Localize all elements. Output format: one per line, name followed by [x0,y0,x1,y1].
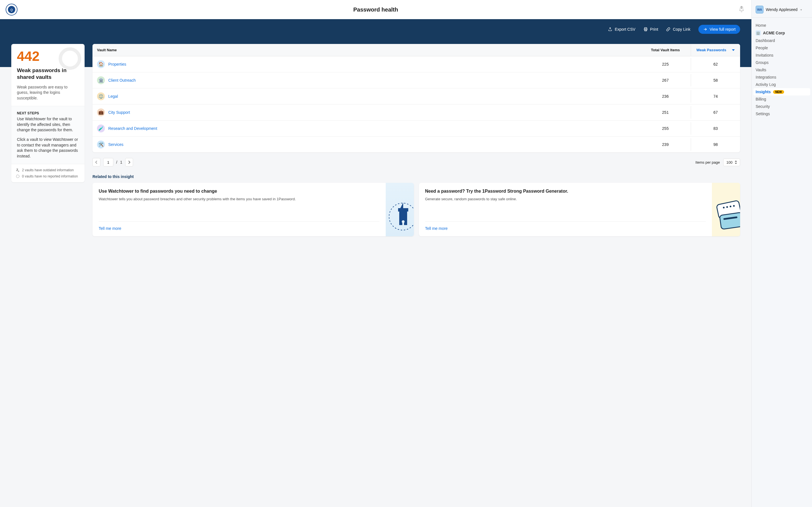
col-header-weak-passwords[interactable]: Weak Passwords [691,44,740,56]
sidebar-item-vaults[interactable]: Vaults [752,66,812,73]
sidebar-item-dashboard[interactable]: Dashboard [752,37,812,44]
sleep-icon: Zz [16,168,20,172]
generator-illustration [712,183,740,236]
related-card-cta[interactable]: Tell me more [99,221,379,231]
table-row[interactable]: 🏠Properties22562 [93,56,740,72]
avatar: WA [756,6,763,13]
sidebar-item-integrations[interactable]: Integrations [752,73,812,81]
sidebar-item-invitations[interactable]: Invitations [752,52,812,59]
svg-point-3 [16,175,19,178]
vault-weak: 83 [691,122,740,135]
print-icon [644,27,648,32]
related-card-cta[interactable]: Tell me more [425,221,706,231]
sidebar-item-people[interactable]: People [752,44,812,52]
arrow-right-icon [703,27,707,32]
vault-weak: 98 [691,138,740,151]
vault-link[interactable]: Research and Development [108,126,157,131]
table-row[interactable]: 🧪Research and Development25583 [93,121,740,136]
sidebar-item-groups[interactable]: Groups [752,59,812,66]
next-steps-label: NEXT STEPS [17,111,79,115]
user-name: Wendy Appleseed [766,7,798,12]
related-card-watchtower: Use Watchtower to find passwords you nee… [93,183,414,236]
svg-rect-15 [719,212,740,230]
watchtower-illustration [386,183,414,236]
vault-total: 267 [640,74,691,87]
related-card-title: Use Watchtower to find passwords you nee… [99,188,379,194]
notifications-button[interactable]: 0 [737,5,746,14]
sidebar-item-org[interactable]: 🏢 ACME Corp [752,29,812,37]
table-row[interactable]: 🏛️Client Outreach26758 [93,72,740,89]
items-per-page-label: Items per page [696,160,720,165]
vault-weak: 58 [691,74,740,87]
notification-count: 0 [740,6,744,9]
chevron-left-icon [95,161,98,164]
right-sidebar: WA Wendy Appleseed ▾ Home 🏢 ACME Corp Da… [751,0,812,507]
outdated-vaults-row: Zz 2 vaults have outdated information [16,168,80,172]
vault-total: 236 [640,90,691,103]
next-steps-text-1: Use Watchtower for the vault to identify… [17,116,79,133]
vault-link[interactable]: Client Outreach [108,78,136,82]
vault-icon: 💼 [97,108,105,116]
svg-point-11 [723,207,725,209]
copy-link-button[interactable]: Copy Link [666,27,690,32]
vault-weak: 62 [691,58,740,70]
vault-total: 239 [640,138,691,151]
vault-link[interactable]: City Support [108,110,130,115]
related-card-title: Need a password? Try the 1Password Stron… [425,188,706,194]
sidebar-item-security[interactable]: Security [752,103,812,110]
vault-total: 225 [640,58,691,70]
svg-point-12 [726,206,728,208]
next-page-button[interactable] [125,158,133,166]
next-steps-text-2: Click a vault to view Watchtower or to c… [17,137,79,159]
noreport-vaults-row: 0 vaults have no reported information [16,174,80,178]
sidebar-item-insights[interactable]: Insights NEW [753,88,810,96]
export-icon [608,27,612,32]
pagination: / 1 Items per page 100 [93,158,740,166]
vault-link[interactable]: Services [108,142,123,147]
vault-link[interactable]: Legal [108,94,118,99]
col-header-weak-label: Weak Passwords [696,48,726,52]
export-csv-label: Export CSV [615,27,635,32]
page-input[interactable] [103,158,113,166]
export-csv-button[interactable]: Export CSV [608,27,635,32]
caret-down-icon [732,49,735,52]
vault-icon: 🧪 [97,124,105,132]
dashed-circle-icon [16,174,20,178]
col-header-total-items[interactable]: Total Vault Items [640,44,691,56]
vault-icon: 🛠️ [97,140,105,149]
view-full-report-label: View full report [710,27,735,32]
vault-link[interactable]: Properties [108,62,126,66]
org-icon: 🏢 [756,31,761,36]
items-per-page-select[interactable]: 100 [723,159,740,166]
related-heading: Related to this insight [93,174,740,179]
col-header-vault-name[interactable]: Vault Name [93,44,640,56]
table-row[interactable]: ⚖️Legal23674 [93,89,740,105]
view-full-report-button[interactable]: View full report [698,25,740,34]
page-total: 1 [120,160,122,165]
table-row[interactable]: 🛠️Services23998 [93,136,740,152]
sidebar-item-settings[interactable]: Settings [752,110,812,117]
vault-weak: 74 [691,90,740,103]
user-menu[interactable]: WA Wendy Appleseed ▾ [752,4,812,18]
outdated-vaults-text: 2 vaults have outdated information [22,168,73,172]
vault-icon: 🏛️ [97,76,105,84]
sidebar-item-billing[interactable]: Billing [752,96,812,103]
items-per-page-value: 100 [726,160,732,165]
updown-icon [735,161,737,164]
chevron-right-icon [128,161,131,164]
page-title: Password health [353,6,398,13]
related-card-body: Watchtower tells you about password brea… [99,196,379,202]
vault-weak: 67 [691,106,740,119]
progress-ring-icon [59,47,81,70]
app-logo[interactable]: ⍜ [6,4,17,15]
print-button[interactable]: Print [644,27,658,32]
page-separator: / [116,160,117,165]
vault-icon: ⚖️ [97,93,105,100]
prev-page-button[interactable] [93,158,100,166]
summary-card: 442 Weak passwords in shared vaults Weak… [11,44,85,182]
svg-point-14 [733,205,735,207]
sidebar-item-activity-log[interactable]: Activity Log [752,81,812,88]
sidebar-item-home[interactable]: Home [752,22,812,29]
related-card-generator: Need a password? Try the 1Password Stron… [419,183,741,236]
table-row[interactable]: 💼City Support25167 [93,105,740,121]
